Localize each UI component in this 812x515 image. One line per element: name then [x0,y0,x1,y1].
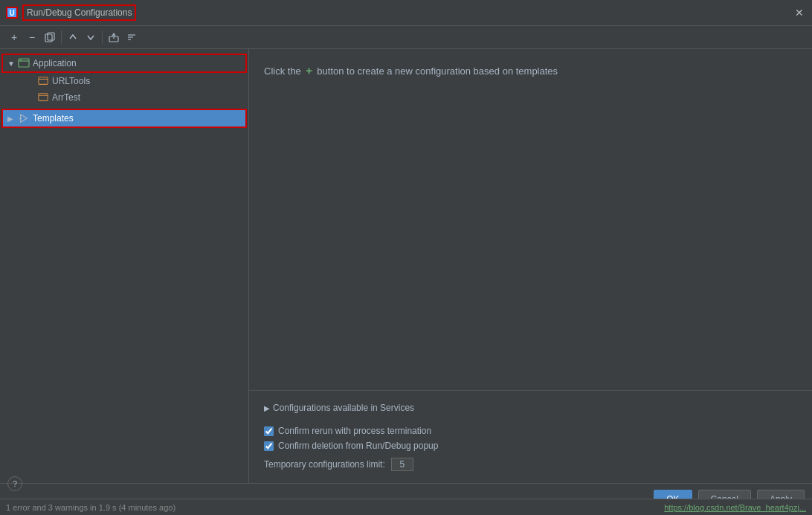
status-right-link[interactable]: https://blog.csdn.net/Brave_heart4pzj... [664,503,806,512]
urltools-icon [37,75,49,87]
services-section-header[interactable]: ▶ Configurations available in Services [264,398,797,418]
tree-item-arrtest[interactable]: ArrTest [0,89,248,106]
tree-item-application[interactable]: ▼ Application [1,54,247,73]
toolbar-separator-1 [61,31,62,44]
add-button[interactable]: + [6,29,22,45]
arrtest-label: ArrTest [52,92,80,103]
hint-prefix: Click the [264,65,301,77]
status-left-text: 1 error and 3 warnings in 1.9 s (4 minut… [6,503,175,512]
right-panel: Click the + button to create a new confi… [249,49,812,483]
checkbox-rerun-row: Confirm rerun with process termination [264,423,797,438]
copy-button[interactable] [42,29,58,45]
title-bar-left: U Run/Debug Configurations [6,4,136,21]
hint-plus-icon: + [306,64,312,77]
checkbox-deletion[interactable] [264,441,274,451]
svg-rect-10 [39,77,48,85]
toolbar-separator-2 [102,31,103,44]
main-content: ▼ Application URLTools ArrT [0,49,812,483]
move-down-button[interactable] [83,29,99,45]
templates-icon [18,112,30,124]
share-button[interactable] [106,29,122,45]
limit-label: Temporary configurations limit: [264,459,385,470]
checkbox-deletion-label: Confirm deletion from Run/Debug popup [278,441,438,451]
dialog-title: Run/Debug Configurations [22,4,136,21]
application-label: Application [33,58,77,68]
urltools-label: URLTools [52,76,90,86]
toolbar: + − [0,26,812,49]
svg-point-14 [19,118,22,120]
svg-rect-12 [39,94,48,101]
tree-item-urltools[interactable]: URLTools [0,73,248,89]
dialog-icon: U [6,7,18,19]
tree-arrow-application: ▼ [7,60,18,68]
application-icon [18,57,30,69]
help-button[interactable]: ? [7,476,22,491]
checkbox-rerun[interactable] [264,426,274,436]
tree-item-templates[interactable]: ▶ Templates [1,109,247,128]
move-up-button[interactable] [65,29,81,45]
tree-arrow-templates: ▶ [7,115,18,123]
services-arrow-icon: ▶ [264,404,270,412]
sort-button[interactable] [123,29,140,45]
right-bottom-section: ▶ Configurations available in Services C… [249,390,812,483]
limit-row: Temporary configurations limit: [264,453,797,476]
templates-label: Templates [33,113,74,124]
status-bar: 1 error and 3 warnings in 1.9 s (4 minut… [0,499,812,515]
run-debug-dialog: U Run/Debug Configurations ✕ + − [0,0,812,515]
remove-button[interactable]: − [24,29,40,45]
svg-rect-9 [20,60,22,61]
arrtest-icon [37,92,49,103]
limit-input[interactable] [391,458,413,471]
sidebar: ▼ Application URLTools ArrT [0,49,249,483]
checkbox-deletion-row: Confirm deletion from Run/Debug popup [264,438,797,453]
hint-suffix: button to create a new configuration bas… [317,65,558,77]
services-section-title: Configurations available in Services [273,403,414,413]
checkbox-rerun-label: Confirm rerun with process termination [278,426,431,436]
title-bar: U Run/Debug Configurations ✕ [0,0,812,26]
close-button[interactable]: ✕ [793,6,806,19]
right-top: Click the + button to create a new confi… [249,49,812,390]
